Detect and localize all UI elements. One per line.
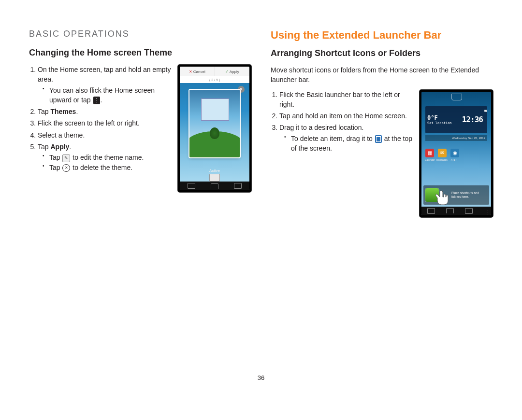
- r-step-2: Tap and hold an item on the Home screen.: [279, 111, 414, 121]
- extended-launcher-bar: Place shortcuts and folders here.: [423, 185, 489, 205]
- att-app-icon: ◉: [450, 149, 459, 157]
- step-2-pre: Tap: [38, 108, 50, 115]
- s5s2-pre: Tap: [49, 164, 62, 171]
- subheading-arranging: Arranging Shortcut Icons or Folders: [271, 48, 493, 58]
- step-5-sub1: Tap to edit the theme name.: [44, 153, 172, 162]
- theme-active-label: Active: [209, 168, 220, 173]
- launcher-steps-list: Flick the Basic launcher bar to the left…: [271, 90, 414, 154]
- date-strip: Wednesday Sep 26, 2012: [425, 135, 487, 141]
- android-nav-bar: [180, 182, 249, 190]
- recent-icon-2: [465, 208, 473, 214]
- messages-app-icon: ✉: [438, 149, 447, 157]
- r-step-3: Drag it to a desired location. To delete…: [279, 123, 414, 153]
- clock-side: 12:36 AM: [461, 106, 487, 133]
- temp-sub: Set location: [427, 121, 459, 125]
- back-icon-2: [427, 208, 435, 214]
- clock-value: 12:36: [462, 115, 483, 124]
- dock-label-2: Messages: [436, 158, 447, 161]
- step-5-post: .: [69, 143, 71, 151]
- r3-sub-pre: To delete an item, drag it to: [291, 135, 375, 142]
- dock-labels: Calendar Messages AT&T: [424, 158, 459, 161]
- heading-launcher-bar: Using the Extended Launcher Bar: [271, 29, 493, 42]
- section-label: BASIC OPERATIONS: [29, 29, 251, 39]
- calendar-app-icon: ▦: [425, 149, 434, 157]
- theme-apply-btn: ✓Apply: [215, 67, 250, 76]
- r-step-3-sub: To delete an item, drag it to at the top…: [286, 134, 414, 154]
- theme-counter: ( 2 / 9 ): [180, 76, 249, 83]
- theme-cancel-btn: ✕Cancel: [180, 67, 215, 76]
- right-content-row: Flick the Basic launcher bar to the left…: [271, 90, 493, 217]
- trash-icon: [375, 135, 382, 143]
- pencil-icon: [62, 154, 70, 162]
- x-circle-icon: [62, 164, 70, 172]
- s5s2-post: to delete the theme.: [71, 164, 132, 171]
- theme-phone-mock: ✕Cancel ✓Apply ( 2 / 9 ) ✕ Active: [178, 65, 251, 192]
- r-step-1: Flick the Basic launcher bar to the left…: [279, 90, 414, 110]
- r-step-3-text: Drag it to a desired location.: [279, 124, 363, 131]
- step-3: Flick the screen to the left or right.: [38, 118, 172, 128]
- theme-card: [189, 90, 240, 157]
- theme-edit-icon: [209, 174, 220, 182]
- menu-icon-2: ⋮: [484, 209, 486, 213]
- weather-side: 0°F Set location: [425, 106, 461, 133]
- menu-dots-icon: [93, 97, 100, 104]
- theme-steps-list: On the Home screen, tap and hold an empt…: [29, 65, 172, 172]
- theme-stage: ✕: [180, 83, 249, 165]
- step-2: Tap Themes.: [38, 107, 172, 116]
- step-2-bold: Themes: [50, 108, 76, 115]
- apply-label: Apply: [230, 70, 239, 74]
- s5s1-post: to edit the theme name.: [71, 154, 144, 161]
- theme-card-window: [201, 98, 229, 121]
- step-1-sub-post: .: [101, 96, 102, 104]
- home-icon: [211, 183, 218, 189]
- theme-footer: Active: [180, 168, 249, 182]
- launcher-phone-mock: 0°F Set location 12:36 AM Wednesday Sep …: [420, 90, 493, 217]
- weather-clock-widget: 0°F Set location 12:36 AM: [425, 106, 487, 133]
- manual-page: BASIC OPERATIONS Changing the Home scree…: [0, 0, 522, 391]
- step-1: On the Home screen, tap and hold an empt…: [38, 65, 172, 105]
- dock-label-1: Calendar: [424, 158, 435, 161]
- heading-change-theme: Changing the Home screen Theme: [29, 48, 251, 58]
- home-icon-2: [446, 208, 454, 213]
- right-steps: Flick the Basic launcher bar to the left…: [271, 90, 414, 155]
- step-5-sub2: Tap to delete the theme.: [44, 163, 172, 172]
- page-number: 36: [0, 374, 522, 381]
- theme-card-tree: [210, 127, 219, 139]
- launcher-phone-screen: 0°F Set location 12:36 AM Wednesday Sep …: [421, 92, 491, 215]
- step-5-bold: Apply: [50, 143, 69, 151]
- left-column: BASIC OPERATIONS Changing the Home scree…: [29, 29, 251, 391]
- theme-topbar: ✕Cancel ✓Apply: [180, 67, 249, 76]
- clock-ampm: AM: [484, 109, 486, 112]
- temp-value: 0°F: [427, 114, 459, 121]
- step-5-pre: Tap: [38, 143, 50, 151]
- step-1-text: On the Home screen, tap and hold an empt…: [38, 66, 171, 83]
- s5s1-pre: Tap: [49, 154, 62, 161]
- home-trash-icon: [451, 94, 462, 100]
- right-column: Using the Extended Launcher Bar Arrangin…: [271, 29, 493, 391]
- dock-icons: ▦ ✉ ◉: [425, 149, 459, 157]
- step-4: Select a theme.: [38, 130, 172, 140]
- left-content-row: On the Home screen, tap and hold an empt…: [29, 65, 251, 192]
- pointer-hand-icon: [435, 189, 450, 207]
- android-nav-bar-2: ⋮: [421, 207, 491, 215]
- theme-phone-screen: ✕Cancel ✓Apply ( 2 / 9 ) ✕ Active: [180, 67, 249, 190]
- launcher-intro: Move shortcut icons or folders from the …: [271, 65, 493, 85]
- left-steps: On the Home screen, tap and hold an empt…: [29, 65, 172, 174]
- step-2-post: .: [76, 108, 78, 115]
- dock-label-3: AT&T: [449, 158, 459, 161]
- step-5: Tap Apply. Tap to edit the theme name. T…: [38, 142, 172, 172]
- cancel-label: Cancel: [193, 70, 205, 74]
- recent-icon: [234, 183, 242, 189]
- step-1-sub: You can also flick the Home screen upwar…: [44, 85, 172, 105]
- back-icon: [188, 183, 195, 189]
